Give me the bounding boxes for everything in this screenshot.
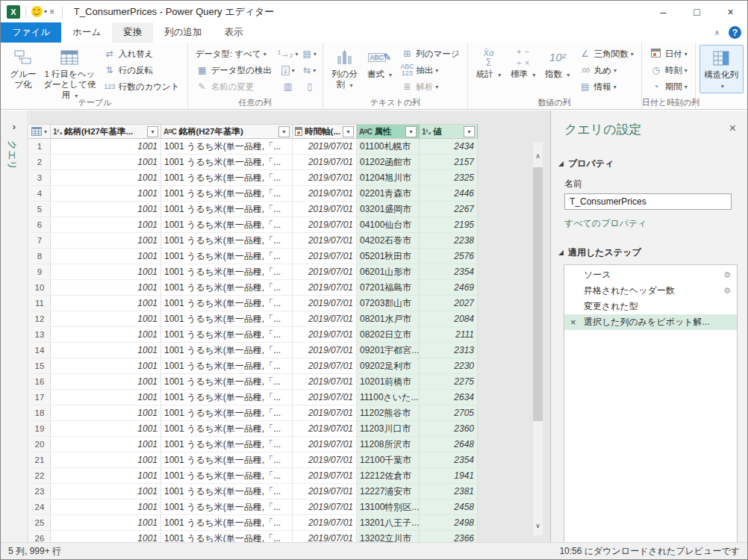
row-number[interactable]: 13	[29, 327, 51, 343]
row-number[interactable]: 3	[29, 170, 51, 186]
filter-dropdown-icon[interactable]: ▼	[147, 126, 158, 137]
cell-date[interactable]: 2019/07/01	[293, 296, 357, 311]
cell-date[interactable]: 2019/07/01	[293, 280, 357, 296]
cell-attribute[interactable]: 07203郡山市	[357, 296, 420, 311]
expander-icon[interactable]	[558, 250, 564, 255]
cell-attribute[interactable]: 11202熊谷市	[357, 405, 420, 421]
row-number[interactable]: 23	[29, 484, 51, 500]
qat-customize-icon[interactable]: ≡	[50, 7, 54, 16]
cell-brand-code[interactable]: 1001	[51, 233, 161, 249]
trigonometry-button[interactable]: ∠ 三角関数 ▾	[576, 46, 636, 62]
cell-brand-name[interactable]: 1001 うるち米(単一品種,「...	[161, 233, 293, 249]
cell-date[interactable]: 2019/07/01	[293, 202, 357, 217]
cell-value[interactable]: 2230	[420, 358, 478, 374]
cell-value[interactable]: 2354	[420, 452, 478, 468]
replace-values-button[interactable]: ¹→₂ ▾	[276, 46, 300, 62]
cell-brand-name[interactable]: 1001 うるち米(単一品種,「...	[161, 296, 293, 311]
cell-date[interactable]: 2019/07/01	[293, 374, 357, 390]
cell-date[interactable]: 2019/07/01	[293, 484, 357, 500]
vertical-scrollbar[interactable]: ∧ ∨	[533, 143, 543, 535]
row-number[interactable]: 18	[29, 405, 51, 421]
cell-date[interactable]: 2019/07/01	[293, 405, 357, 421]
cell-attribute[interactable]: 03201盛岡市	[357, 202, 420, 217]
row-number[interactable]: 15	[29, 358, 51, 374]
row-number[interactable]: 19	[29, 421, 51, 437]
tab-add-column[interactable]: 列の追加	[153, 22, 213, 43]
cell-brand-code[interactable]: 1001	[51, 155, 161, 170]
tab-view[interactable]: 表示	[214, 22, 255, 43]
cell-brand-name[interactable]: 1001 うるち米(単一品種,「...	[161, 311, 293, 327]
cell-value[interactable]: 2238	[420, 233, 478, 249]
applied-step-item[interactable]: × 選択した列のみをピボット解... ⚙	[564, 314, 737, 330]
cell-value[interactable]: 2458	[420, 500, 478, 515]
cell-date[interactable]: 2019/07/01	[293, 327, 357, 343]
cell-brand-name[interactable]: 1001 うるち米(単一品種,「...	[161, 186, 293, 202]
standard-button[interactable]: +− ÷× 標準 ▾	[506, 45, 540, 81]
expand-queries-pane-icon[interactable]: ›	[1, 121, 28, 132]
cell-value[interactable]: 2267	[420, 202, 478, 217]
cell-attribute[interactable]: 08202日立市	[357, 327, 420, 343]
cell-attribute[interactable]: 01100札幌市	[357, 139, 420, 155]
statistics-button[interactable]: X̄σ∑ 統計 ▾	[472, 45, 506, 81]
use-first-row-button[interactable]: 1 行目をヘッダーとして使用 ▾	[40, 45, 99, 102]
close-panel-icon[interactable]: ×	[729, 122, 736, 134]
cell-brand-code[interactable]: 1001	[51, 311, 161, 327]
cell-brand-name[interactable]: 1001 うるち米(単一品種,「...	[161, 452, 293, 468]
merge-columns-button[interactable]: ⊞ 列のマージ	[398, 46, 461, 62]
cell-date[interactable]: 2019/07/01	[293, 390, 357, 405]
reverse-rows-button[interactable]: ⇅ 行の反転	[101, 62, 182, 78]
cell-date[interactable]: 2019/07/01	[293, 437, 357, 452]
tab-file[interactable]: ファイル	[1, 22, 61, 43]
cell-date[interactable]: 2019/07/01	[293, 343, 357, 358]
information-button[interactable]: ▤ 情報 ▾	[576, 78, 636, 95]
cell-brand-name[interactable]: 1001 うるち米(単一品種,「...	[161, 468, 293, 484]
cell-brand-code[interactable]: 1001	[51, 343, 161, 358]
cell-brand-name[interactable]: 1001 うるち米(単一品種,「...	[161, 217, 293, 233]
rounding-button[interactable]: .00 丸め ▾	[576, 62, 636, 78]
cell-value[interactable]: 2634	[420, 390, 478, 405]
cell-attribute[interactable]: 04202石巻市	[357, 233, 420, 249]
cell-brand-name[interactable]: 1001 うるち米(単一品種,「...	[161, 374, 293, 390]
cell-date[interactable]: 2019/07/01	[293, 249, 357, 264]
cell-date[interactable]: 2019/07/01	[293, 468, 357, 484]
cell-brand-name[interactable]: 1001 うるち米(単一品種,「...	[161, 500, 293, 515]
structured-column-button[interactable]: 構造化列 ▾	[699, 45, 744, 93]
row-number[interactable]: 24	[29, 500, 51, 515]
column-header-time-axis[interactable]: 時間軸(... ▼	[293, 124, 357, 139]
time-button[interactable]: ◷ 時刻 ▾	[647, 62, 690, 78]
filter-dropdown-icon[interactable]: ▼	[343, 126, 354, 137]
row-number[interactable]: 4	[29, 186, 51, 202]
cell-brand-name[interactable]: 1001 うるち米(単一品種,「...	[161, 484, 293, 500]
applied-step-item[interactable]: × 変更された型 ⚙	[564, 299, 737, 314]
cell-date[interactable]: 2019/07/01	[293, 264, 357, 280]
cell-value[interactable]: 2576	[420, 249, 478, 264]
cell-attribute[interactable]: 11203川口市	[357, 421, 420, 437]
exponent-button[interactable]: 10² 指数 ▾	[540, 45, 575, 81]
cell-brand-name[interactable]: 1001 うるち米(単一品種,「...	[161, 249, 293, 264]
data-type-button[interactable]: データ型: すべて ▾	[193, 46, 274, 62]
cell-brand-name[interactable]: 1001 うるち米(単一品種,「...	[161, 170, 293, 186]
cell-brand-code[interactable]: 1001	[51, 170, 161, 186]
cell-date[interactable]: 2019/07/01	[293, 531, 357, 543]
cell-attribute[interactable]: 05201秋田市	[357, 249, 420, 264]
cell-brand-code[interactable]: 1001	[51, 452, 161, 468]
cell-brand-code[interactable]: 1001	[51, 484, 161, 500]
cell-value[interactable]: 2648	[420, 437, 478, 452]
filter-dropdown-icon[interactable]: ▼	[278, 126, 290, 137]
cell-brand-code[interactable]: 1001	[51, 515, 161, 531]
cell-attribute[interactable]: 08201水戸市	[357, 311, 420, 327]
cell-value[interactable]: 2313	[420, 343, 478, 358]
row-number[interactable]: 7	[29, 233, 51, 249]
cell-brand-code[interactable]: 1001	[51, 374, 161, 390]
row-number[interactable]: 17	[29, 390, 51, 405]
cell-brand-name[interactable]: 1001 うるち米(単一品種,「...	[161, 405, 293, 421]
fill-button[interactable]: ↓ ▾	[276, 62, 300, 78]
cell-value[interactable]: 2111	[420, 327, 478, 343]
cell-attribute[interactable]: 01202函館市	[357, 155, 420, 170]
applied-step-item[interactable]: × 昇格されたヘッダー数 ⚙	[564, 283, 737, 299]
properties-section-header[interactable]: プロパティ	[558, 158, 747, 170]
column-header-attribute[interactable]: AᴮC 属性 ▼	[357, 124, 420, 139]
cell-brand-name[interactable]: 1001 うるち米(単一品種,「...	[161, 531, 293, 543]
cell-attribute[interactable]: 06201山形市	[357, 264, 420, 280]
column-header-brand-name[interactable]: AᴮC 銘柄(H27年基準) ▼	[161, 124, 293, 139]
